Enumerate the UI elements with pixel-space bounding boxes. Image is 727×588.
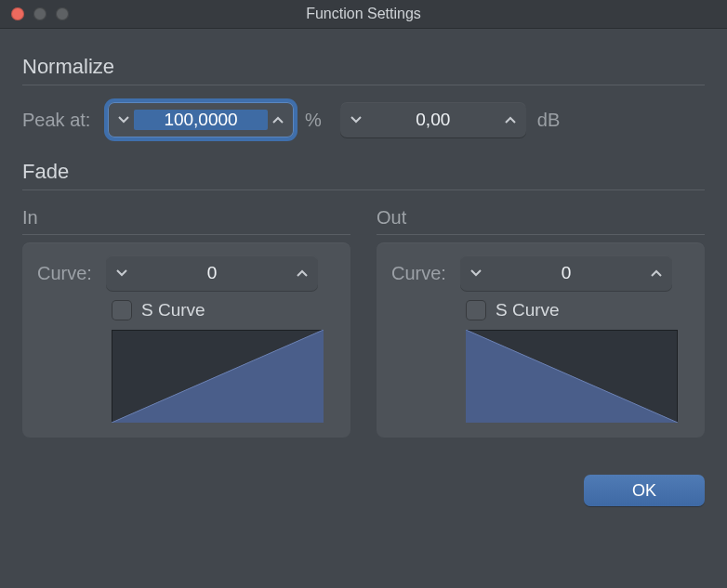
fade-out-column: Out Curve: 0 S Curv	[377, 207, 705, 438]
zoom-icon[interactable]	[56, 7, 69, 20]
fade-out-curve-value[interactable]: 0	[486, 263, 646, 283]
titlebar: Function Settings	[0, 0, 727, 29]
footer: OK	[0, 456, 727, 506]
chevron-down-icon[interactable]	[113, 116, 134, 124]
fade-out-panel: Curve: 0 S Curve	[377, 242, 705, 438]
db-unit: dB	[537, 110, 560, 131]
chevron-up-icon[interactable]	[500, 116, 521, 124]
db-value[interactable]: 0,00	[366, 110, 500, 130]
window-title: Function Settings	[0, 6, 727, 22]
section-normalize-title: Normalize	[22, 55, 705, 85]
chevron-down-icon[interactable]	[466, 269, 486, 277]
fade-in-curve-row: Curve: 0	[37, 255, 336, 291]
peak-value[interactable]: 100,0000	[134, 110, 268, 130]
fade-in-curve-label: Curve:	[37, 263, 97, 284]
fade-out-subhead: Out	[377, 207, 705, 235]
fade-in-column: In Curve: 0 S Curve	[22, 207, 350, 438]
window-controls	[0, 7, 69, 20]
fade-in-scurve-label: S Curve	[141, 300, 205, 320]
chevron-up-icon[interactable]	[268, 116, 288, 124]
fade-in-curve-value[interactable]: 0	[132, 263, 292, 283]
minimize-icon[interactable]	[33, 7, 46, 20]
chevron-up-icon[interactable]	[646, 269, 667, 277]
fade-in-preview	[112, 330, 324, 423]
fade-out-curve-label: Curve:	[391, 263, 451, 284]
fade-out-curve-stepper[interactable]: 0	[460, 255, 672, 291]
fade-out-preview	[466, 330, 678, 423]
fade-in-scurve-checkbox[interactable]	[112, 300, 132, 320]
chevron-up-icon[interactable]	[292, 269, 312, 277]
section-fade-title: Fade	[22, 160, 705, 190]
peak-at-label: Peak at:	[22, 110, 97, 131]
fade-out-scurve-label: S Curve	[496, 300, 560, 320]
fade-in-subhead: In	[22, 207, 350, 235]
normalize-row: Peak at: 100,0000 % 0,00 dB	[22, 102, 705, 137]
peak-stepper[interactable]: 100,0000	[108, 102, 294, 137]
fade-in-panel: Curve: 0 S Curve	[22, 242, 350, 438]
fade-columns: In Curve: 0 S Curve	[22, 207, 705, 438]
chevron-down-icon[interactable]	[112, 269, 132, 277]
fade-in-scurve-row: S Curve	[37, 300, 336, 320]
fade-out-scurve-row: S Curve	[391, 300, 690, 320]
ok-button[interactable]: OK	[584, 475, 705, 506]
fade-out-scurve-checkbox[interactable]	[466, 300, 486, 320]
peak-unit: %	[305, 110, 322, 131]
fade-in-curve-stepper[interactable]: 0	[106, 255, 318, 291]
content: Normalize Peak at: 100,0000 % 0,00 dB Fa…	[0, 29, 727, 456]
db-stepper[interactable]: 0,00	[340, 102, 526, 137]
close-icon[interactable]	[11, 7, 24, 20]
fade-out-curve-row: Curve: 0	[391, 255, 690, 291]
chevron-down-icon[interactable]	[346, 116, 366, 124]
